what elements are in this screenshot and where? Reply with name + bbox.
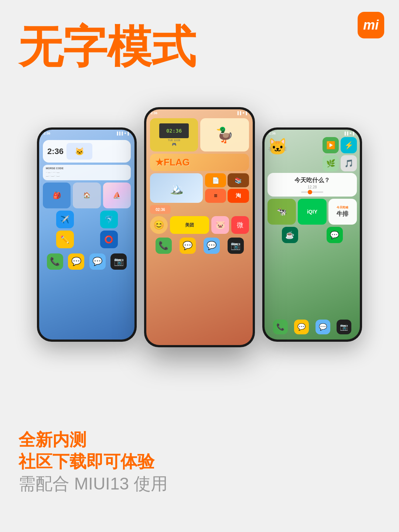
app-leaf-right[interactable]: 🌿 (323, 155, 339, 171)
mid-row-center: 🏔️ 📄 📚 ≡ 淘 (150, 173, 249, 203)
gameboy-screen: 02:36 (159, 123, 189, 138)
wechat-app[interactable]: 💬 (327, 227, 343, 243)
screen-right-bg: 2:36 ▐▐ ✦ ▌ 🐱 ▶️ ⚡ 🌿 🎵 (265, 130, 360, 340)
food-date: 12.28 (273, 185, 352, 189)
cow-app[interactable]: 🐄 (267, 199, 296, 225)
time-display-left: 2:36 (47, 147, 64, 156)
meituan-app[interactable]: 美团 (170, 216, 209, 234)
widget-gray: 🏠 (73, 183, 100, 208)
widget-blue: 🎒 (43, 183, 71, 208)
dock-chat2-center[interactable]: 💬 (204, 238, 220, 254)
dock-left: 📞 💬 💬 📷 (39, 251, 134, 272)
app-books[interactable]: 📚 (228, 173, 249, 187)
ice-visual: 🏔️ (170, 182, 183, 195)
gameboy-time: 02:36 (166, 128, 182, 134)
bottom-apps-center: 😊 美团 🐷 微 (150, 216, 249, 234)
app-dolphin[interactable]: 🐬 (100, 211, 118, 228)
phone-center-screen: 2:36 ▐▐ ✦ ▌ 02:36 TUE 12/28 🎮 🦆 (146, 109, 253, 345)
dock-chat1-left[interactable]: 💬 (68, 253, 84, 270)
app-pencil[interactable]: ✏️ (56, 231, 74, 248)
app-music-right[interactable]: 🎵 (341, 155, 357, 171)
app-telegram[interactable]: ✈️ (56, 211, 74, 228)
duck-widget: 🦆 (200, 118, 249, 151)
beef-label-top: 今天吃啥 (337, 205, 348, 209)
cat-doodle: 🐱 (66, 143, 92, 160)
food-slider[interactable] (301, 191, 323, 193)
app-pages[interactable]: 📄 (205, 173, 226, 187)
status-bar-left: 2:36 ▐▐▐ ✦ ▌ (39, 130, 134, 137)
clock-mini: 02:36 (150, 205, 171, 214)
gameboy-controls: 🎮 (172, 142, 176, 146)
mi-logo-text: mi (363, 17, 379, 33)
apps-grid-right: 🐄 iQIY 今天吃啥 牛排 (267, 199, 357, 225)
signal-center: ▐▐ ✦ ▌ (236, 111, 248, 115)
food-question: 今天吃什么？ (273, 177, 352, 184)
mi-logo: mi (358, 12, 384, 38)
dock-camera-left[interactable]: 📷 (110, 253, 127, 270)
bottom-line2: 社区下载即可体验 (18, 451, 168, 473)
screen-left-bg: 2:36 ▐▐▐ ✦ ▌ 2:36 🐱 MORSE CODE ·· — · ··… (39, 130, 134, 340)
dock-camera-right[interactable]: 📷 (337, 320, 351, 334)
food-widget: 今天吃什么？ 12.28 (267, 173, 357, 197)
cat-sticker: 🐱 (267, 137, 323, 156)
time-widget-left: 2:36 🐱 (43, 140, 131, 163)
dock-center: 📞 💬 💬 📷 (146, 235, 253, 256)
pig-app[interactable]: 🐷 (211, 216, 229, 234)
clock-mini-row: 02:36 (150, 205, 249, 214)
app-taobao[interactable]: 淘 (228, 189, 249, 203)
gameboy-widget: 02:36 TUE 12/28 🎮 (150, 118, 198, 151)
starbucks-app[interactable]: ☕ (282, 227, 298, 243)
phone-left: 2:36 ▐▐▐ ✦ ▌ 2:36 🐱 MORSE CODE ·· — · ··… (37, 127, 137, 342)
time-left: 2:36 (44, 132, 50, 135)
widget-image: ⛵ (103, 183, 131, 208)
time-right: 2:36 (269, 132, 276, 135)
dock-chat2-left[interactable]: 💬 (89, 253, 106, 270)
status-bar-center: 2:36 ▐▐ ✦ ▌ (146, 109, 253, 117)
weibo-app[interactable]: 微 (231, 216, 249, 234)
iqiyi-app[interactable]: iQIY (298, 199, 326, 225)
app-circle[interactable]: ⭕ (100, 231, 118, 248)
bottom-app-row-right: ☕ 💬 (267, 227, 357, 243)
dock-chat2-right[interactable]: 💬 (316, 320, 330, 334)
right-top-apps: ▶️ ⚡ 🌿 🎵 (323, 137, 357, 171)
app-taobao-mini[interactable]: ≡ (205, 189, 226, 203)
gameboy-date: TUE 12/28 (168, 139, 180, 141)
flag-widget: ★FLAG (150, 154, 249, 171)
phone-right-screen: 2:36 ▐▐ ✦ ▌ 🐱 ▶️ ⚡ 🌿 🎵 (265, 130, 360, 340)
app-grid-center: 📄 📚 ≡ 淘 (205, 173, 249, 203)
beef-label: 牛排 (337, 210, 348, 218)
dock-phone-right[interactable]: 📞 (273, 320, 288, 334)
top-section-right: 🐱 ▶️ ⚡ 🌿 🎵 (267, 137, 357, 171)
morse-title: MORSE CODE (46, 167, 128, 170)
phone-right: 2:36 ▐▐ ✦ ▌ 🐱 ▶️ ⚡ 🌿 🎵 (262, 127, 362, 342)
food-slider-dot (308, 190, 312, 194)
morse-widget: MORSE CODE ·· — · ···· ·— —·· ·—·· ·—· (43, 165, 131, 180)
page-title: 无字模式 (18, 22, 196, 71)
morse-dots: ·· — · ···· ·— —·· ·—·· ·—· (46, 171, 128, 178)
smiley-widget: 😊 (150, 216, 168, 234)
dock-phone-center[interactable]: 📞 (156, 238, 172, 254)
beef-widget: 今天吃啥 牛排 (328, 199, 357, 225)
phone-center: 2:36 ▐▐ ✦ ▌ 02:36 TUE 12/28 🎮 🦆 (144, 107, 255, 347)
time-center: 2:36 (151, 111, 157, 115)
app-row-bottom-right: 🌿 🎵 (323, 155, 357, 171)
dock-right: 📞 💬 💬 📷 (265, 320, 360, 334)
app-video-right[interactable]: ▶️ (323, 137, 339, 153)
widget-row-left: 🎒 🏠 ⛵ (43, 183, 131, 208)
bottom-line3: 需配合 MIUI13 使用 (18, 473, 168, 495)
phone-left-screen: 2:36 ▐▐▐ ✦ ▌ 2:36 🐱 MORSE CODE ·· — · ··… (39, 130, 134, 340)
dock-chat1-center[interactable]: 💬 (180, 238, 196, 254)
app-row-top-right: ▶️ ⚡ (323, 137, 357, 153)
app-thunder-right[interactable]: ⚡ (341, 137, 357, 153)
top-widgets-center: 02:36 TUE 12/28 🎮 🦆 (150, 118, 249, 151)
ice-widget: 🏔️ (150, 173, 203, 203)
app-row-2-left: ✏️ ⭕ (43, 231, 131, 248)
dock-camera-center[interactable]: 📷 (228, 238, 244, 254)
bottom-line1: 全新内测 (18, 429, 168, 451)
phones-showcase: 2:36 ▐▐▐ ✦ ▌ 2:36 🐱 MORSE CODE ·· — · ··… (18, 89, 381, 366)
app-row-1-left: ✈️ 🐬 (43, 211, 131, 228)
signal-left: ▐▐▐ ✦ ▌ (116, 132, 130, 135)
dock-phone-left[interactable]: 📞 (47, 253, 63, 270)
status-bar-right: 2:36 ▐▐ ✦ ▌ (265, 130, 360, 137)
dock-chat1-right[interactable]: 💬 (294, 320, 309, 334)
